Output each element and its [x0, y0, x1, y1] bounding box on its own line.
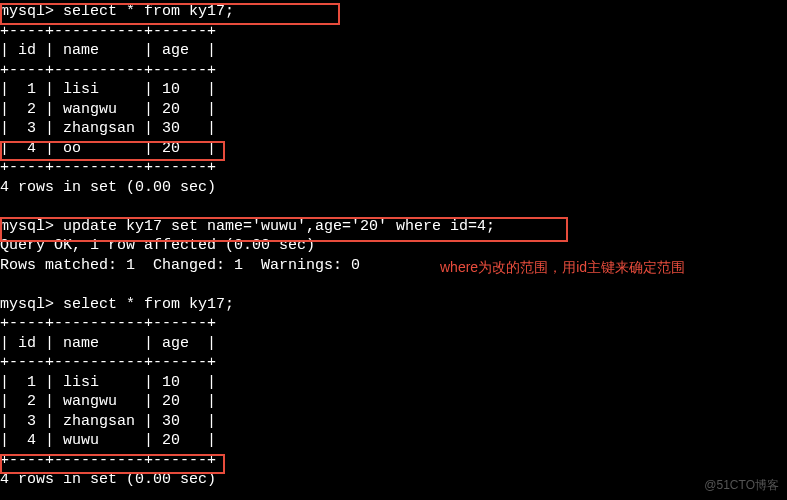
highlight-box-row4-before	[0, 141, 225, 161]
table-header: | id | name | age |	[0, 334, 787, 354]
table-border: +----+----------+------+	[0, 353, 787, 373]
table-row: | 2 | wangwu | 20 |	[0, 100, 787, 120]
table-row: | 2 | wangwu | 20 |	[0, 392, 787, 412]
highlight-box-select1	[0, 3, 340, 25]
table-border: +----+----------+------+	[0, 314, 787, 334]
table-row: | 1 | lisi | 10 |	[0, 80, 787, 100]
sql-select2: select * from ky17;	[63, 296, 234, 313]
mysql-prompt: mysql>	[0, 296, 54, 313]
result-rows-in-set: 4 rows in set (0.00 sec)	[0, 178, 787, 198]
table-row: | 1 | lisi | 10 |	[0, 373, 787, 393]
table-row: | 3 | zhangsan | 30 |	[0, 412, 787, 432]
annotation-text: where为改的范围，用id主键来确定范围	[440, 258, 685, 276]
terminal-line: mysql> select * from ky17;	[0, 295, 787, 315]
table-row: | 4 | wuwu | 20 |	[0, 431, 787, 451]
highlight-box-row4-after	[0, 454, 225, 474]
table-border: +----+----------+------+	[0, 61, 787, 81]
highlight-box-update	[0, 217, 568, 242]
table-header: | id | name | age |	[0, 41, 787, 61]
blank-line	[0, 197, 787, 217]
table-row: | 3 | zhangsan | 30 |	[0, 119, 787, 139]
blank-line	[0, 275, 787, 295]
watermark: @51CTO博客	[704, 478, 779, 494]
